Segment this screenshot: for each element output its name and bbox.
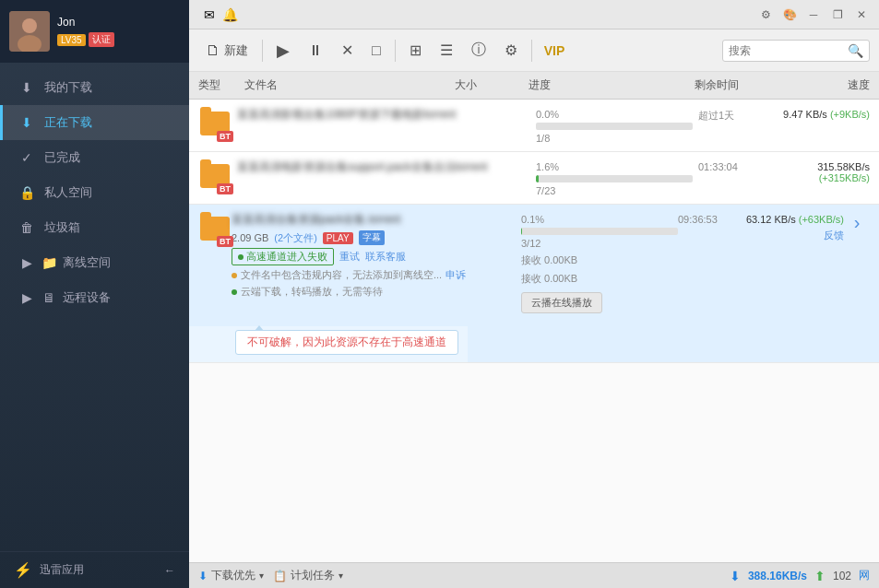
restore-btn[interactable]: ❐ [827,5,848,25]
col-header-size: 大小 [455,77,529,93]
download-item-1[interactable]: BT 某某高清影视合集1080P资源下载电影torrent 0.0% 1/8 超… [189,100,879,152]
search-box[interactable]: 🔍 [722,40,870,62]
sidebar: Jon LV35 认证 ⬇ 我的下载 ⬇ 正在下载 ✓ 已完成 🔒 私人空间 🗑… [0,0,189,588]
back-button[interactable]: ← [164,564,175,577]
item-progress-2: 1.6% 7/23 [536,159,693,196]
cloud-dot [232,289,237,295]
new-button[interactable]: 🗋 新建 [198,39,255,63]
sidebar-item-private[interactable]: 🔒 私人空间 [0,175,189,210]
download-icon: ⬇ [18,80,35,95]
pause-icon: ⏸ [308,42,323,59]
recv1-text: 接收 0.00KB [521,253,577,267]
fraction-label-3: 3/12 [521,238,540,249]
progress-fill-2 [536,175,539,182]
folder-icon2: □ [372,42,381,59]
play-tag-3[interactable]: PLAY [323,232,353,244]
sidebar-item-label: 私人空间 [44,184,92,201]
grid-button[interactable]: ⊞ [402,38,429,63]
gear-button[interactable]: ⚙ [497,38,525,63]
warning-dot [232,273,237,278]
status-schedule[interactable]: 📋 计划任务 ▾ [273,568,343,583]
sidebar-item-completed[interactable]: ✓ 已完成 [0,140,189,175]
expand-triangle-icon2: ▶ [18,290,35,305]
cloud-play-button[interactable]: 云播在线播放 [521,292,602,313]
item-icon-2: BT [198,159,232,193]
item-meta-3: 2.09 GB (2个文件) PLAY 字幕 [232,230,521,245]
app-icon: ⚡ [14,561,32,579]
progress-pct-3: 0.1% [521,214,544,225]
delete-button[interactable]: ✕ [334,38,361,63]
avatar-image [9,11,50,52]
network-label: 网 [859,568,870,583]
sidebar-item-trash[interactable]: 🗑 垃圾箱 [0,210,189,245]
bt-badge-1: BT [217,131,233,142]
item-progress-3: 0.1% 3/12 接收 0.00KB 接收 0.00KB [521,212,678,313]
expand-arrow-button[interactable]: › [844,212,870,233]
bell-icon[interactable]: 🔔 [222,7,238,22]
sidebar-item-downloading[interactable]: ⬇ 正在下载 [0,105,189,140]
speed-value-1: 9.47 KB/s [783,109,827,120]
table-header: 类型 文件名 大小 进度 剩余时间 速度 [189,72,879,100]
item-time-2: 01:33:04 [698,159,763,172]
item-speed-1: 9.47 KB/s (+9KB/s) [768,107,870,120]
item-icon-3: BT [198,212,232,245]
dl-priority-label: 下载优先 [211,568,255,583]
sidebar-item-label: 垃圾箱 [44,219,80,236]
speed-inc-2: (+315KB/s) [819,172,870,183]
sidebar-header: Jon LV35 认证 [0,0,189,63]
feedback-link[interactable]: 反馈 [824,229,844,241]
check-icon: ✓ [18,150,35,165]
footer-app-label[interactable]: 迅雷应用 [40,562,84,578]
skin-btn[interactable]: 🎨 [779,5,800,25]
level-badge: LV35 [57,34,86,46]
progress-bar-1 [536,123,693,130]
mail-icon[interactable]: ✉ [204,7,215,22]
info-button[interactable]: ⓘ [464,37,493,64]
status-row-3: 高速通道进入失败 重试 联系客服 [232,248,521,265]
info-icon: ⓘ [471,41,486,60]
separator-3 [531,40,532,62]
contact-link[interactable]: 联系客服 [365,250,406,264]
grid-icon: ⊞ [410,41,422,59]
progress-bar-3 [521,228,678,235]
status-dot [238,254,244,260]
sidebar-item-label: 已完成 [44,149,80,166]
search-input[interactable] [729,44,848,57]
download-item-2[interactable]: BT 某某高清电影资源合集support.pack全集合法torrent 1.6… [189,152,879,205]
sub-tag-3[interactable]: 字幕 [359,230,385,245]
svg-point-1 [22,18,37,33]
col-header-speed: 速度 [759,77,870,93]
report-link[interactable]: 申诉 [445,268,466,282]
vip-button[interactable]: VIP [539,41,571,60]
delete-icon: ✕ [341,41,353,59]
minimize-btn[interactable]: ─ [803,5,824,25]
file-size-3: 2.09 GB [232,232,268,243]
item-name-3: 某某高清合集资源pack全集.torrent [232,212,521,228]
ul-speed-value: 102 [833,570,851,582]
sidebar-nav: ⬇ 我的下载 ⬇ 正在下载 ✓ 已完成 🔒 私人空间 🗑 垃圾箱 ▶ 📁 离线空… [0,63,189,551]
retry-link[interactable]: 重试 [339,250,360,264]
list-button[interactable]: ☰ [433,38,460,63]
sidebar-item-offline[interactable]: ▶ 📁 离线空间 [0,245,189,280]
warning-text: 文件名中包含违规内容，无法添加到离线空... [241,268,442,282]
recv-row-1: 接收 0.00KB [521,253,678,267]
sidebar-item-label: 离线空间 [63,254,111,271]
downloading-icon: ⬇ [18,115,35,130]
settings-btn[interactable]: ⚙ [755,5,776,25]
fraction-label-2: 7/23 [536,185,555,196]
sidebar-item-remote[interactable]: ▶ 🖥 远程设备 [0,280,189,315]
play-button[interactable]: ▶ [269,37,297,65]
toolbar: 🗋 新建 ▶ ⏸ ✕ □ ⊞ ☰ ⓘ ⚙ VIP [189,29,879,72]
sidebar-item-my-downloads[interactable]: ⬇ 我的下载 [0,70,189,105]
sidebar-item-label: 正在下载 [44,114,92,131]
search-icon[interactable]: 🔍 [848,43,863,58]
status-dl-priority[interactable]: ⬇ 下载优先 ▾ [198,568,264,583]
folder-button[interactable]: □ [364,39,388,63]
avatar[interactable] [9,11,50,52]
trash-icon: 🗑 [18,220,35,235]
download-item-3[interactable]: BT 某某高清合集资源pack全集.torrent 2.09 GB (2个文件)… [189,205,879,363]
close-btn[interactable]: ✕ [851,5,872,25]
col-header-time: 剩余时间 [695,77,759,93]
pause-button[interactable]: ⏸ [301,39,330,63]
progress-text-2: 1.6% [536,161,693,172]
